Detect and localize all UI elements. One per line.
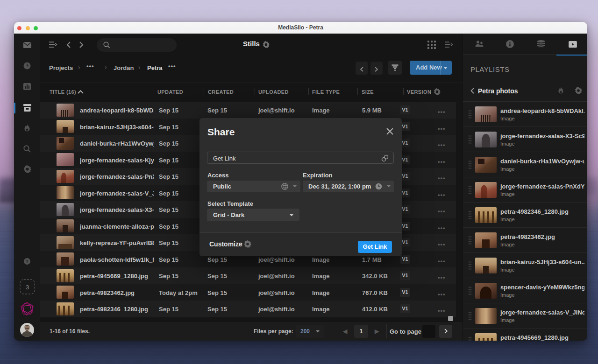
svg-text:3: 3 xyxy=(25,284,28,291)
svg-text:?: ? xyxy=(26,259,28,264)
